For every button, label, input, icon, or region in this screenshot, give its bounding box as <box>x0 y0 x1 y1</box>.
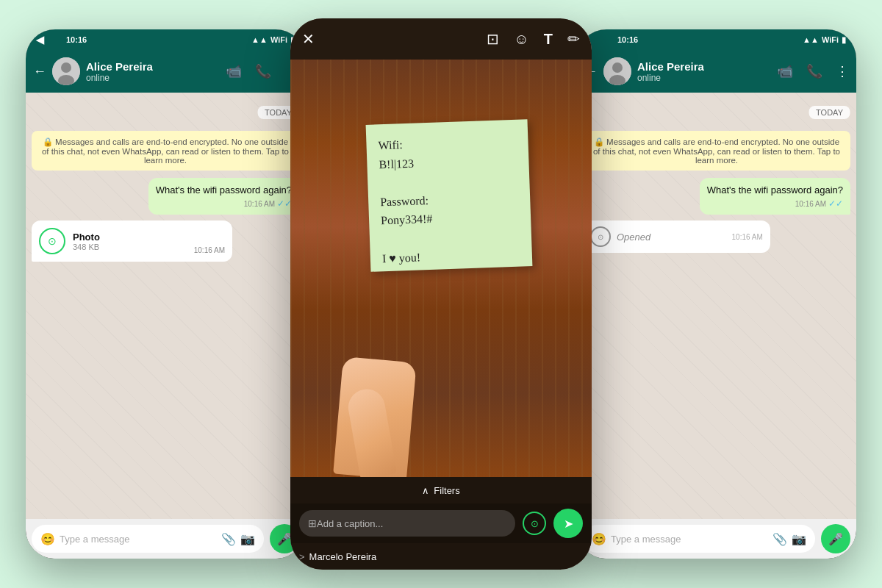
system-message-left[interactable]: 🔒 Messages and calls are end-to-end encr… <box>32 131 299 171</box>
mic-icon-left: 🎤 <box>277 532 292 546</box>
sticky-note: Wifi: B!l|123 Password: Pony334!# I ♥ yo… <box>366 119 533 272</box>
filters-bar[interactable]: ∧ Filters <box>290 477 592 503</box>
opened-circle-icon: ⊙ <box>598 233 603 241</box>
editor-toolbar: ✕ ⊡ ☺ T ✏ <box>290 18 592 60</box>
emoji-input-icon-left[interactable]: 😊 <box>40 532 55 546</box>
hand-shape <box>331 330 441 477</box>
sent-meta-right: 10:16 AM ✓✓ <box>707 198 843 209</box>
emoji-input-icon-right[interactable]: 😊 <box>592 532 606 546</box>
tick-right: ✓✓ <box>828 198 843 209</box>
sent-wrapper-left: What's the wifi password again? 10:16 AM… <box>32 178 299 220</box>
opened-text-right: Opened <box>617 232 650 243</box>
signal-icon-right: ▲▲ <box>803 35 819 44</box>
contact-status-left: online <box>86 73 220 83</box>
chat-input-left: 😊 Type a message 📎 📷 🎤 <box>26 519 305 559</box>
sent-wrapper-right: What's the wifi password again? 10:16 AM… <box>583 178 850 220</box>
caption-placeholder: Add a caption... <box>317 518 506 529</box>
sticky-line4: Pony334!# <box>381 212 433 226</box>
toolbar-right: ⊡ ☺ T ✏ <box>487 30 580 48</box>
video-call-icon[interactable]: 📹 <box>226 63 242 79</box>
status-bar-right: ◀ 10:16 ▲▲ WiFi ▮ <box>577 29 856 50</box>
phone-center: ✕ ⊡ ☺ T ✏ Wifi: <box>290 18 592 570</box>
input-box-right[interactable]: 😊 Type a message 📎 📷 <box>583 525 815 553</box>
signal-icon: ▲▲ <box>251 35 268 44</box>
recipient-bar[interactable]: > Marcelo Pereira <box>290 543 592 570</box>
chat-body-left: TODAY 🔒 Messages and calls are end-to-en… <box>26 93 305 519</box>
opened-icon-right: ⊙ <box>590 226 611 247</box>
draw-icon[interactable]: ✏ <box>567 30 580 48</box>
phone-center-screen: ✕ ⊡ ☺ T ✏ Wifi: <box>290 18 592 570</box>
voice-call-icon[interactable]: 📞 <box>255 63 271 79</box>
recipient-name: Marcelo Pereira <box>309 551 377 562</box>
back-button-left[interactable]: ← <box>33 64 46 79</box>
header-actions-right: 📹 📞 ⋮ <box>777 63 849 79</box>
send-button-center[interactable]: ➤ <box>553 509 583 538</box>
sent-time-left: 10:16 AM <box>244 200 275 208</box>
system-message-text-right: 🔒 Messages and calls are end-to-end encr… <box>593 137 840 165</box>
date-wrapper-right: TODAY <box>583 100 850 125</box>
caption-input-box[interactable]: ⊞ Add a caption... <box>299 510 515 537</box>
sticky-line1: Wifi: <box>378 138 403 151</box>
video-call-icon-right[interactable]: 📹 <box>777 63 793 79</box>
menu-icon-right[interactable]: ⋮ <box>836 63 849 79</box>
add-sticker-icon: ⊞ <box>308 517 317 529</box>
editor-image-area: Wifi: B!l|123 Password: Pony334!# I ♥ yo… <box>290 60 592 477</box>
sent-message-right: What's the wifi password again? 10:16 AM… <box>700 178 850 215</box>
sticky-line3: Password: <box>380 194 429 208</box>
photo-name-left: Photo <box>73 232 187 243</box>
input-box-left[interactable]: 😊 Type a message 📎 📷 <box>32 525 264 553</box>
sent-time-right: 10:16 AM <box>795 200 826 208</box>
camera-icon-right[interactable]: 📷 <box>792 532 806 546</box>
phone-left-screen: ◀ 10:16 ▲▲ WiFi ▮ ← Alice Pereira online <box>26 29 305 559</box>
date-label-right: TODAY <box>808 106 850 119</box>
sticky-line2: B!l|123 <box>379 157 414 171</box>
mic-button-right[interactable]: 🎤 <box>821 524 850 553</box>
image-editor: ✕ ⊡ ☺ T ✏ Wifi: <box>290 18 592 570</box>
send-icon-center: ➤ <box>564 517 573 531</box>
sticky-line5: I ♥ you! <box>382 251 421 265</box>
chat-header-right: ← Alice Pereira online 📹 📞 ⋮ <box>577 50 856 93</box>
contact-info-left: Alice Pereira online <box>86 60 220 83</box>
svg-point-1 <box>61 62 71 73</box>
wifi-icon: WiFi <box>270 35 287 44</box>
opened-time-right: 10:16 AM <box>732 233 763 241</box>
camera-icon-left[interactable]: 📷 <box>240 532 255 546</box>
photo-icon-left: ⊙ <box>39 228 65 254</box>
emoji-icon-editor[interactable]: ☺ <box>514 31 528 48</box>
wifi-icon-right: WiFi <box>822 35 839 44</box>
status-icons-left: ▲▲ WiFi ▮ <box>251 35 295 45</box>
header-actions-left: 📹 📞 ⋮ <box>226 63 298 79</box>
attach-icon-left[interactable]: 📎 <box>221 532 236 546</box>
system-message-right[interactable]: 🔒 Messages and calls are end-to-end encr… <box>583 131 850 171</box>
crop-icon[interactable]: ⊡ <box>487 30 499 48</box>
contact-status-right: online <box>637 73 771 83</box>
editor-caption: ⊞ Add a caption... ⊙ ➤ <box>290 503 592 543</box>
text-icon[interactable]: T <box>544 31 553 48</box>
date-wrapper-left: TODAY <box>32 100 299 125</box>
sent-meta-left: 10:16 AM ✓✓ <box>156 198 292 209</box>
phone-right: ◀ 10:16 ▲▲ WiFi ▮ ← Alice Pereira online <box>577 29 856 559</box>
recipient-arrow: > <box>299 551 305 562</box>
chat-content-left: TODAY 🔒 Messages and calls are end-to-en… <box>26 93 305 275</box>
photo-message-left[interactable]: ⊙ Photo 348 KB 10:16 AM <box>32 220 232 262</box>
photo-info-left: Photo 348 KB <box>73 232 187 251</box>
sent-text-left: What's the wifi password again? <box>156 184 292 197</box>
photo-size-left: 348 KB <box>73 243 187 251</box>
status-bar-left: ◀ 10:16 ▲▲ WiFi ▮ <box>26 29 305 50</box>
status-time-left: 10:16 <box>66 35 87 44</box>
avatar-left <box>52 57 80 85</box>
status-icons-right: ▲▲ WiFi ▮ <box>803 35 846 45</box>
chat-content-right: TODAY 🔒 Messages and calls are end-to-en… <box>577 93 856 266</box>
filters-label: Filters <box>434 485 459 496</box>
svg-point-4 <box>612 62 623 73</box>
attach-icon-right[interactable]: 📎 <box>772 532 787 546</box>
sent-text-right: What's the wifi password again? <box>707 184 843 197</box>
phone-left: ◀ 10:16 ▲▲ WiFi ▮ ← Alice Pereira online <box>26 29 305 559</box>
view-once-button[interactable]: ⊙ <box>523 512 546 535</box>
mic-icon-right: 🎤 <box>828 532 843 546</box>
close-icon-center[interactable]: ✕ <box>302 30 315 48</box>
voice-call-icon-right[interactable]: 📞 <box>806 63 822 79</box>
view-once-icon-symbol: ⊙ <box>531 518 539 529</box>
input-placeholder-left: Type a message <box>60 534 217 545</box>
scene: ◀ 10:16 ▲▲ WiFi ▮ ← Alice Pereira online <box>0 0 882 588</box>
